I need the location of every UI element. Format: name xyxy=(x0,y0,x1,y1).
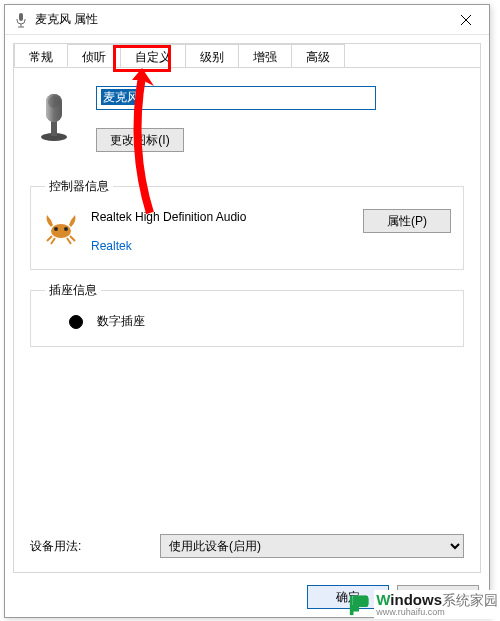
tab-listen[interactable]: 侦听 xyxy=(67,44,121,68)
device-name-value: 麦克风 xyxy=(101,89,141,105)
device-use-select[interactable]: 使用此设备(启用) xyxy=(160,534,464,558)
realtek-crab-icon xyxy=(43,209,79,250)
jack-info-group: 插座信息 数字插座 xyxy=(30,282,464,347)
watermark-accent: W xyxy=(376,591,390,608)
svg-point-10 xyxy=(51,224,71,238)
window-title: 麦克风 属性 xyxy=(35,11,443,28)
jack-name: 数字插座 xyxy=(97,313,145,330)
svg-rect-0 xyxy=(19,13,23,21)
titlebar[interactable]: 麦克风 属性 xyxy=(5,5,489,35)
device-use-label: 设备用法: xyxy=(30,538,150,555)
watermark-url: www.ruhaifu.com xyxy=(376,608,498,617)
watermark-flag-icon2 xyxy=(348,594,370,616)
controller-vendor: Realtek xyxy=(91,239,351,253)
svg-point-11 xyxy=(54,227,58,231)
jack-info-label: 插座信息 xyxy=(45,282,101,299)
svg-rect-9 xyxy=(48,96,60,108)
tab-levels[interactable]: 级别 xyxy=(185,44,239,68)
controller-info-label: 控制器信息 xyxy=(45,178,113,195)
svg-rect-6 xyxy=(51,120,57,136)
close-button[interactable] xyxy=(443,5,489,35)
tab-custom[interactable]: 自定义 xyxy=(120,44,186,68)
watermark: Windows系统家园 www.ruhaifu.com xyxy=(348,590,500,619)
change-icon-button[interactable]: 更改图标(I) xyxy=(96,128,184,152)
device-large-icon xyxy=(30,86,74,145)
tab-page-general: 麦克风 更改图标(I) 控制器信息 xyxy=(14,67,480,572)
tab-advanced[interactable]: 高级 xyxy=(291,44,345,68)
controller-info-group: 控制器信息 Realtek High Definition xyxy=(30,178,464,270)
tab-general[interactable]: 常规 xyxy=(14,43,68,67)
microphone-icon xyxy=(13,12,29,28)
controller-properties-button[interactable]: 属性(P) xyxy=(363,209,451,233)
svg-rect-20 xyxy=(350,595,353,614)
watermark-suffix: 系统家园 xyxy=(442,592,498,608)
watermark-brand: indows xyxy=(390,591,442,608)
svg-point-12 xyxy=(64,227,68,231)
properties-dialog: 麦克风 属性 常规 侦听 自定义 级别 增强 高级 xyxy=(4,4,490,618)
tab-enhance[interactable]: 增强 xyxy=(238,44,292,68)
device-name-input[interactable]: 麦克风 xyxy=(96,86,376,110)
client-area: 常规 侦听 自定义 级别 增强 高级 xyxy=(13,43,481,573)
tab-strip: 常规 侦听 自定义 级别 增强 高级 xyxy=(14,43,480,68)
controller-name: Realtek High Definition Audio xyxy=(91,209,351,225)
jack-color-dot xyxy=(69,315,83,329)
